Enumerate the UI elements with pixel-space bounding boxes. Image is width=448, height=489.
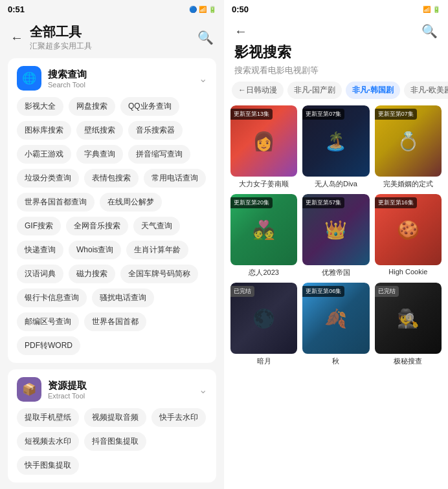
movie-card[interactable]: 💑更新至第20集恋人2023 [230, 194, 297, 277]
search-tag[interactable]: 银行卡信息查询 [17, 288, 87, 307]
search-tool-name: 搜索查询 [48, 69, 87, 81]
poster-figure: 🍂 [324, 308, 347, 329]
search-tag[interactable]: 垃圾分类查询 [17, 169, 79, 188]
movie-row-1: 👩更新至第13集大力女子姜南顺🏝️更新至第07集无人岛的Diva💍更新至第07集… [230, 105, 442, 189]
left-subtitle: 汇聚超多实用工具 [30, 41, 92, 52]
left-header-left: ← 全部工具 汇聚超多实用工具 [10, 23, 92, 52]
search-tags-grid: 影视大全网盘搜索QQ业务查询图标库搜索壁纸搜索音乐搜索器小霸王游戏字典查询拼音缩… [17, 97, 207, 355]
filter-tabs: ←日韩动漫非凡-国产剧非凡-韩国剧非凡-欧美剧 [224, 82, 448, 105]
movie-card[interactable]: 🌑已完结暗月 [230, 283, 297, 366]
update-badge: 更新至第13集 [230, 109, 273, 120]
right-subtitle: 搜索观看电影电视剧等 [224, 65, 448, 82]
search-tag[interactable]: 全国车牌号码简称 [120, 265, 198, 283]
update-badge: 更新至第20集 [230, 197, 273, 208]
movie-card[interactable]: 👩更新至第13集大力女子姜南顺 [230, 105, 297, 189]
search-tag[interactable]: 快递查询 [17, 241, 63, 259]
right-back-button[interactable]: ← [234, 24, 247, 39]
poster-figure: 👑 [324, 219, 347, 241]
search-tag[interactable]: 磁力搜索 [69, 265, 115, 283]
search-tool-labels: 搜索查询 Search Tool [48, 69, 87, 89]
status-time-left: 0:51 [8, 5, 25, 14]
filter-tab[interactable]: 非凡-欧美剧 [404, 82, 448, 99]
search-tag[interactable]: 在线周公解梦 [100, 193, 162, 212]
movie-title: 完美婚姻的定式 [375, 179, 442, 189]
status-bar-right: 0:50 📶 🔋 [224, 0, 448, 18]
left-scroll-area: 🌐 搜索查询 Search Tool ⌄ 影视大全网盘搜索QQ业务查询图标库搜索… [0, 58, 224, 489]
search-tag[interactable]: Whois查询 [69, 241, 121, 259]
extract-tool-sub: Extract Tool [48, 392, 87, 400]
search-tag[interactable]: 拼音缩写查询 [128, 145, 190, 164]
movie-title: 大力女子姜南顺 [230, 179, 297, 189]
movie-grid: 👩更新至第13集大力女子姜南顺🏝️更新至第07集无人岛的Diva💍更新至第07集… [224, 105, 448, 489]
movie-card[interactable]: 🕵️已完结极秘搜查 [375, 283, 442, 366]
search-tag[interactable]: 图标库搜索 [17, 121, 71, 140]
poster-figure: 🌑 [252, 308, 275, 329]
left-header: ← 全部工具 汇聚超多实用工具 🔍 [0, 18, 224, 58]
update-badge: 更新至第06集 [302, 286, 344, 297]
right-header: ← 🔍 [224, 18, 448, 43]
status-bar-left: 0:51 🔵 📶 🔋 [0, 0, 224, 18]
filter-tab[interactable]: 非凡-韩国剧 [346, 82, 400, 99]
search-tag[interactable]: QQ业务查询 [120, 97, 179, 116]
search-tag[interactable]: 壁纸搜索 [76, 121, 123, 140]
movie-card[interactable]: 🏝️更新至第07集无人岛的Diva [302, 105, 369, 189]
extract-tag[interactable]: 抖音图集提取 [84, 432, 146, 451]
extract-tool-card: 📦 资源提取 Extract Tool ⌄ 提取手机壁纸视频提取音频快手去水印短… [8, 369, 216, 483]
extract-tool-chevron[interactable]: ⌄ [199, 384, 207, 396]
movie-card[interactable]: 💍更新至第07集完美婚姻的定式 [375, 105, 442, 189]
movie-title: 无人岛的Diva [302, 179, 369, 189]
poster-figure: 👩 [252, 131, 275, 152]
bluetooth-icon: 🔵 [189, 6, 197, 13]
movie-card[interactable]: 🍪更新至第16集High Cookie [375, 194, 442, 277]
signal-icon-right: 📶 [423, 6, 431, 13]
search-tag[interactable]: 邮编区号查询 [17, 312, 79, 331]
search-tool-header: 🌐 搜索查询 Search Tool ⌄ [17, 66, 207, 91]
status-icons-right: 📶 🔋 [423, 6, 440, 13]
search-tool-header-left: 🌐 搜索查询 Search Tool [17, 66, 87, 91]
movie-title: 优雅帝国 [302, 268, 369, 277]
extract-tag[interactable]: 视频提取音频 [84, 408, 146, 427]
left-title-block: 全部工具 汇聚超多实用工具 [30, 23, 92, 52]
search-tag[interactable]: 音乐搜索器 [128, 121, 183, 140]
search-tag[interactable]: 网盘搜索 [69, 97, 115, 116]
extract-tag[interactable]: 快手去水印 [151, 408, 206, 427]
search-tag[interactable]: 世界各国首都 [84, 312, 146, 331]
left-panel: 0:51 🔵 📶 🔋 ← 全部工具 汇聚超多实用工具 🔍 🌐 [0, 0, 224, 489]
search-tag[interactable]: PDF转WORD [17, 336, 80, 355]
extract-tag[interactable]: 提取手机壁纸 [17, 408, 79, 427]
movie-row-2: 💑更新至第20集恋人2023👑更新至第57集优雅帝国🍪更新至第16集High C… [230, 194, 442, 277]
update-badge: 更新至第57集 [302, 197, 344, 208]
movie-title: 极秘搜查 [375, 356, 442, 366]
search-tool-icon: 🌐 [17, 66, 41, 91]
extract-tags-grid: 提取手机壁纸视频提取音频快手去水印短视频去水印抖音图集提取快手图集提取 [17, 408, 207, 475]
poster-figure: 💍 [397, 131, 420, 152]
search-tag[interactable]: 影视大全 [17, 97, 63, 116]
search-tag[interactable]: GIF搜索 [17, 217, 61, 235]
signal-icon: 📶 [199, 6, 207, 13]
search-tag[interactable]: 生肖计算年龄 [126, 241, 188, 259]
search-tag[interactable]: 表情包搜索 [84, 169, 139, 188]
search-tag[interactable]: 天气查询 [133, 217, 180, 235]
extract-tag[interactable]: 快手图集提取 [17, 456, 79, 475]
right-search-icon[interactable]: 🔍 [421, 23, 438, 39]
search-icon[interactable]: 🔍 [197, 30, 214, 45]
filter-tab[interactable]: ←日韩动漫 [232, 82, 284, 99]
search-tag[interactable]: 骚扰电话查询 [92, 288, 154, 307]
filter-tab[interactable]: 非凡-国产剧 [287, 82, 342, 99]
movie-title: 暗月 [230, 356, 297, 366]
back-button[interactable]: ← [10, 30, 23, 45]
search-tag[interactable]: 汉语词典 [17, 265, 63, 283]
movie-card[interactable]: 👑更新至第57集优雅帝国 [302, 194, 369, 277]
search-tag[interactable]: 常用电话查询 [144, 169, 206, 188]
search-tool-chevron[interactable]: ⌄ [199, 72, 207, 85]
search-tag[interactable]: 小霸王游戏 [17, 145, 71, 164]
movie-card[interactable]: 🍂更新至第06集秋 [302, 283, 369, 366]
battery-icon-right: 🔋 [432, 6, 440, 13]
right-panel: 0:50 📶 🔋 ← 🔍 影视搜索 搜索观看电影电视剧等 ←日韩动漫非凡-国产剧… [224, 0, 448, 489]
search-tag[interactable]: 全网音乐搜索 [66, 217, 128, 235]
search-tool-sub: Search Tool [48, 81, 87, 89]
movie-title: High Cookie [375, 268, 442, 276]
extract-tag[interactable]: 短视频去水印 [17, 432, 79, 451]
search-tag[interactable]: 字典查询 [76, 145, 123, 164]
search-tag[interactable]: 世界各国首都查询 [17, 193, 95, 212]
